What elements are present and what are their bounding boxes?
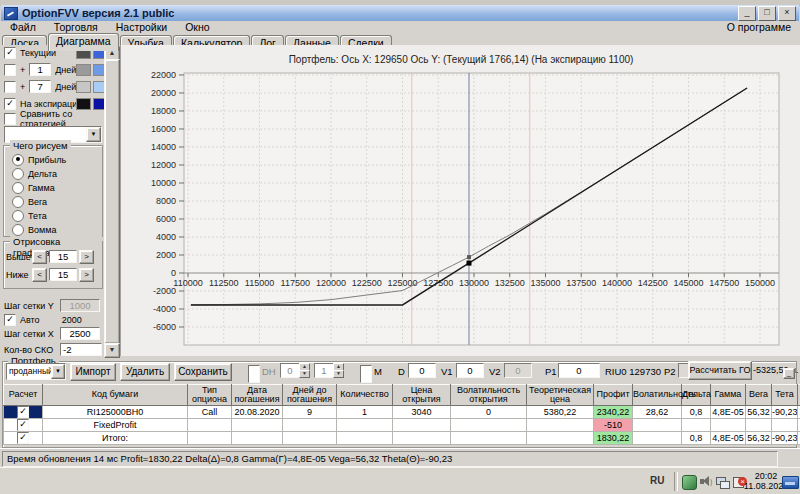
cell[interactable]: FixedProfit — [43, 419, 188, 432]
column-header[interactable]: Профит — [594, 385, 633, 406]
color-swatch[interactable] — [76, 81, 91, 93]
cell[interactable]: 0 — [451, 406, 527, 419]
days-input[interactable]: 7 — [29, 80, 51, 93]
menu-item[interactable]: Настройки — [107, 21, 177, 33]
cell[interactable]: Итого: — [43, 432, 188, 445]
cell[interactable]: Call — [188, 406, 232, 419]
range-above-increment-button[interactable]: > — [79, 250, 94, 264]
series-checkbox[interactable]: ✓ — [4, 47, 16, 59]
sidebar-scrollbar[interactable]: ▲ ▼ — [104, 46, 118, 356]
cell[interactable]: 4,8E-05 — [711, 432, 746, 445]
column-header[interactable]: Дельта — [682, 385, 711, 406]
radio-Прибыль[interactable] — [12, 154, 24, 166]
column-header[interactable]: Цена открытия — [393, 385, 451, 406]
row-calc-checkbox[interactable]: ✓ — [17, 432, 29, 444]
series-checkbox[interactable]: ✓ — [4, 98, 16, 110]
column-header[interactable]: Расчет — [4, 385, 43, 406]
cell[interactable] — [633, 419, 682, 432]
column-header[interactable]: Тип опциона — [188, 385, 232, 406]
close-button[interactable]: × — [778, 6, 796, 21]
cell[interactable]: 4,8E-05 — [711, 406, 746, 419]
calc-cell[interactable]: ✓ — [4, 406, 43, 419]
p1-input[interactable]: 0 — [558, 363, 600, 378]
row-calc-checkbox[interactable]: ✓ — [17, 419, 29, 431]
cell[interactable] — [283, 432, 337, 445]
cell[interactable]: 1 — [337, 406, 393, 419]
cell[interactable]: 0,8 — [682, 432, 711, 445]
cell[interactable]: 9 — [283, 406, 337, 419]
language-indicator[interactable]: RU — [650, 475, 664, 486]
cell[interactable]: -90,23 — [772, 406, 798, 419]
d-input[interactable]: 0 — [408, 363, 436, 378]
spin-down-icon[interactable]: ▼ — [299, 370, 310, 378]
row-calc-checkbox[interactable]: ✓ — [17, 406, 29, 418]
chevron-down-icon[interactable]: ▼ — [51, 364, 65, 379]
menu-item[interactable]: Окно — [176, 21, 218, 33]
cell[interactable] — [393, 432, 451, 445]
minimize-button[interactable]: _ — [738, 6, 756, 21]
cell[interactable]: -510 — [594, 419, 633, 432]
column-header[interactable]: Код бумаги — [43, 385, 188, 406]
range-above-input[interactable]: 15 — [49, 250, 77, 263]
cell[interactable] — [232, 419, 283, 432]
cell[interactable]: 56,32 — [746, 432, 772, 445]
calc-go-button[interactable]: Рассчитать ГО — [688, 361, 752, 380]
color-swatch[interactable] — [76, 64, 91, 76]
radio-Гамма[interactable] — [12, 182, 24, 194]
preset-dropdown[interactable]: проданный ст ▼ — [6, 363, 66, 380]
titlebar[interactable]: OptionFVV версия 2.1 public _ □ × — [1, 5, 799, 21]
tray-app-icon[interactable] — [682, 475, 697, 490]
speaker-icon[interactable]: ) — [699, 475, 712, 488]
column-header[interactable]: Гамма — [711, 385, 746, 406]
dh-spin1-input[interactable]: 0 — [280, 363, 300, 378]
calc-cell[interactable]: ✓ — [4, 419, 43, 432]
cell[interactable] — [451, 419, 527, 432]
cell[interactable] — [451, 432, 527, 445]
range-below-input[interactable]: 15 — [49, 268, 77, 281]
cell[interactable]: 1830,22 — [594, 432, 633, 445]
column-header[interactable]: Количество — [337, 385, 393, 406]
import-button[interactable]: Импорт — [70, 363, 116, 381]
column-header[interactable]: Тета — [772, 385, 798, 406]
resize-grip[interactable]: _ — [783, 368, 795, 379]
series-checkbox[interactable] — [4, 64, 16, 76]
cell[interactable] — [337, 419, 393, 432]
range-below-increment-button[interactable]: > — [79, 268, 94, 282]
radio-Тета[interactable] — [12, 210, 24, 222]
cell[interactable]: -90,23 — [772, 432, 798, 445]
column-header[interactable]: Вега — [746, 385, 772, 406]
cell[interactable]: 3040 — [393, 406, 451, 419]
menu-item-about[interactable]: О программе — [727, 21, 791, 33]
cell[interactable] — [337, 432, 393, 445]
cell[interactable]: 0,8 — [682, 406, 711, 419]
column-header[interactable]: Волатильность открытия — [451, 385, 527, 406]
menu-item[interactable]: Торговля — [45, 21, 107, 33]
cell[interactable] — [283, 419, 337, 432]
maximize-button[interactable]: □ — [758, 6, 776, 21]
cell[interactable]: 28,62 — [633, 406, 682, 419]
calc-cell[interactable]: ✓ — [4, 432, 43, 445]
cell[interactable] — [746, 419, 772, 432]
cell[interactable] — [772, 419, 798, 432]
radio-Дельта[interactable] — [12, 168, 24, 180]
cell[interactable] — [232, 432, 283, 445]
radio-Вега[interactable] — [12, 196, 24, 208]
profit-chart[interactable]: -6000-4000-20000200040006000800010000120… — [121, 45, 800, 356]
network-icon[interactable] — [716, 475, 729, 488]
series-checkbox[interactable] — [4, 81, 16, 93]
scroll-down-icon[interactable]: ▼ — [104, 343, 120, 358]
cell[interactable] — [393, 419, 451, 432]
cell[interactable]: RI125000BH0 — [43, 406, 188, 419]
m-checkbox[interactable] — [360, 365, 372, 383]
dh-spin2-input[interactable]: 1 — [314, 363, 334, 378]
range-below-decrement-button[interactable]: < — [32, 268, 47, 282]
compare-checkbox[interactable] — [4, 113, 16, 125]
scrollbar-thumb[interactable] — [104, 59, 120, 344]
auto-checkbox[interactable]: ✓ — [4, 314, 16, 326]
spin-down-icon[interactable]: ▼ — [333, 370, 344, 378]
delete-button[interactable]: Удалить — [120, 363, 170, 381]
sko-input[interactable]: -2 — [60, 343, 102, 356]
column-header[interactable]: Волатильность — [633, 385, 682, 406]
cell[interactable]: 5380,22 — [527, 406, 594, 419]
menu-item[interactable]: Файл — [1, 21, 45, 33]
